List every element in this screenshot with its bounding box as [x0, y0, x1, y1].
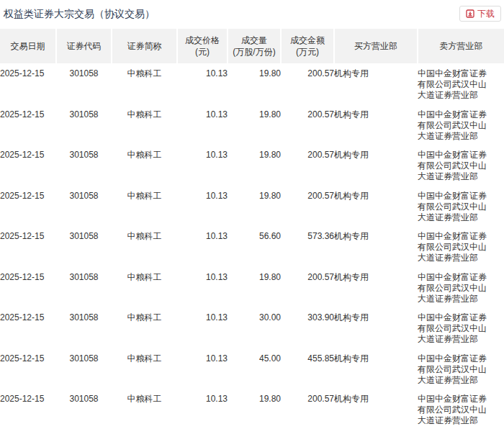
cell-volume: 19.80	[228, 389, 281, 429]
cell-volume: 56.60	[228, 226, 281, 267]
cell-seller-branch: 中国中金财富证券 有限公司武汉中山 大道证券营业部	[418, 186, 504, 227]
cell-security-code: 301058	[56, 226, 112, 267]
download-button-label: 下载	[477, 6, 495, 21]
cell-buyer-branch: 机构专用	[334, 186, 418, 227]
col-header-buyer-branch: 买方营业部	[334, 29, 418, 63]
cell-security-code: 301058	[56, 267, 112, 308]
col-header-security-name: 证券简称	[112, 29, 177, 63]
cell-price: 10.13	[177, 307, 228, 348]
cell-security-name: 中粮科工	[112, 226, 177, 267]
cell-price: 10.13	[177, 226, 228, 267]
cell-security-code: 301058	[56, 104, 112, 145]
cell-trade-date: 2025-12-15	[0, 307, 56, 348]
cell-amount: 455.85	[281, 348, 334, 389]
cell-buyer-branch: 机构专用	[334, 104, 418, 145]
cell-amount: 200.57	[281, 186, 334, 227]
cell-volume: 30.00	[228, 307, 281, 348]
col-header-trade-date: 交易日期	[0, 29, 56, 63]
col-header-seller-branch: 卖方营业部	[418, 29, 504, 63]
cell-amount: 573.36	[281, 226, 334, 267]
cell-volume: 45.00	[228, 348, 281, 389]
col-header-volume: 成交量(万股/万份)	[228, 29, 281, 63]
block-trades-table: 交易日期证券代码证券简称成交价格(元)成交量(万股/万份)成交金额(万元)买方营…	[0, 29, 504, 429]
cell-security-name: 中粮科工	[112, 348, 177, 389]
cell-security-name: 中粮科工	[112, 104, 177, 145]
table-row: 2025-12-15301058中粮科工10.1319.80200.57机构专用…	[0, 267, 504, 308]
cell-price: 10.13	[177, 145, 228, 186]
cell-volume: 19.80	[228, 104, 281, 145]
cell-seller-branch: 中国中金财富证券 有限公司武汉中山 大道证券营业部	[418, 63, 504, 104]
cell-price: 10.13	[177, 104, 228, 145]
cell-seller-branch: 中国中金财富证券 有限公司武汉中山 大道证券营业部	[418, 348, 504, 389]
cell-price: 10.13	[177, 267, 228, 308]
table-body: 2025-12-15301058中粮科工10.1319.80200.57机构专用…	[0, 63, 504, 429]
table-row: 2025-12-15301058中粮科工10.1356.60573.36机构专用…	[0, 226, 504, 267]
table-header: 交易日期证券代码证券简称成交价格(元)成交量(万股/万份)成交金额(万元)买方营…	[0, 29, 504, 63]
cell-price: 10.13	[177, 348, 228, 389]
cell-security-name: 中粮科工	[112, 63, 177, 104]
cell-trade-date: 2025-12-15	[0, 226, 56, 267]
cell-security-code: 301058	[56, 348, 112, 389]
cell-volume: 19.80	[228, 267, 281, 308]
cell-price: 10.13	[177, 186, 228, 227]
cell-seller-branch: 中国中金财富证券 有限公司武汉中山 大道证券营业部	[418, 104, 504, 145]
cell-trade-date: 2025-12-15	[0, 104, 56, 145]
cell-amount: 303.90	[281, 307, 334, 348]
cell-security-name: 中粮科工	[112, 389, 177, 429]
cell-seller-branch: 中国中金财富证券 有限公司武汉中山 大道证券营业部	[418, 307, 504, 348]
col-header-amount: 成交金额(万元)	[281, 29, 334, 63]
table-row: 2025-12-15301058中粮科工10.1319.80200.57机构专用…	[0, 104, 504, 145]
cell-trade-date: 2025-12-15	[0, 186, 56, 227]
cell-seller-branch: 中国中金财富证券 有限公司武汉中山 大道证券营业部	[418, 145, 504, 186]
cell-security-code: 301058	[56, 389, 112, 429]
cell-security-name: 中粮科工	[112, 267, 177, 308]
cell-price: 10.13	[177, 389, 228, 429]
cell-amount: 200.57	[281, 389, 334, 429]
cell-buyer-branch: 机构专用	[334, 348, 418, 389]
cell-trade-date: 2025-12-15	[0, 348, 56, 389]
cell-volume: 19.80	[228, 186, 281, 227]
cell-security-name: 中粮科工	[112, 145, 177, 186]
cell-amount: 200.57	[281, 104, 334, 145]
cell-trade-date: 2025-12-15	[0, 389, 56, 429]
table-row: 2025-12-15301058中粮科工10.1319.80200.57机构专用…	[0, 186, 504, 227]
cell-amount: 200.57	[281, 267, 334, 308]
cell-amount: 200.57	[281, 63, 334, 104]
cell-seller-branch: 中国中金财富证券 有限公司武汉中山 大道证券营业部	[418, 226, 504, 267]
table-row: 2025-12-15301058中粮科工10.1319.80200.57机构专用…	[0, 145, 504, 186]
cell-buyer-branch: 机构专用	[334, 145, 418, 186]
cell-amount: 200.57	[281, 145, 334, 186]
table-row: 2025-12-15301058中粮科工10.1319.80200.57机构专用…	[0, 63, 504, 104]
cell-buyer-branch: 机构专用	[334, 267, 418, 308]
cell-security-code: 301058	[56, 145, 112, 186]
cell-seller-branch: 中国中金财富证券 有限公司武汉中山 大道证券营业部	[418, 389, 504, 429]
table-row: 2025-12-15301058中粮科工10.1319.80200.57机构专用…	[0, 389, 504, 429]
cell-security-name: 中粮科工	[112, 186, 177, 227]
cell-security-code: 301058	[56, 186, 112, 227]
download-button[interactable]: 下载	[459, 6, 501, 22]
cell-volume: 19.80	[228, 63, 281, 104]
cell-security-code: 301058	[56, 63, 112, 104]
cell-buyer-branch: 机构专用	[334, 226, 418, 267]
cell-security-name: 中粮科工	[112, 307, 177, 348]
page-title: 权益类证券大宗交易（协议交易）	[4, 7, 155, 20]
cell-trade-date: 2025-12-15	[0, 63, 56, 104]
top-bar: 权益类证券大宗交易（协议交易） 下载	[0, 0, 504, 29]
cell-volume: 19.80	[228, 145, 281, 186]
cell-security-code: 301058	[56, 307, 112, 348]
cell-buyer-branch: 机构专用	[334, 389, 418, 429]
cell-buyer-branch: 机构专用	[334, 63, 418, 104]
col-header-security-code: 证券代码	[56, 29, 112, 63]
download-file-icon	[466, 9, 474, 18]
col-header-price: 成交价格(元)	[177, 29, 228, 63]
cell-trade-date: 2025-12-15	[0, 267, 56, 308]
table-row: 2025-12-15301058中粮科工10.1345.00455.85机构专用…	[0, 348, 504, 389]
cell-seller-branch: 中国中金财富证券 有限公司武汉中山 大道证券营业部	[418, 267, 504, 308]
table-row: 2025-12-15301058中粮科工10.1330.00303.90机构专用…	[0, 307, 504, 348]
cell-trade-date: 2025-12-15	[0, 145, 56, 186]
cell-buyer-branch: 机构专用	[334, 307, 418, 348]
cell-price: 10.13	[177, 63, 228, 104]
